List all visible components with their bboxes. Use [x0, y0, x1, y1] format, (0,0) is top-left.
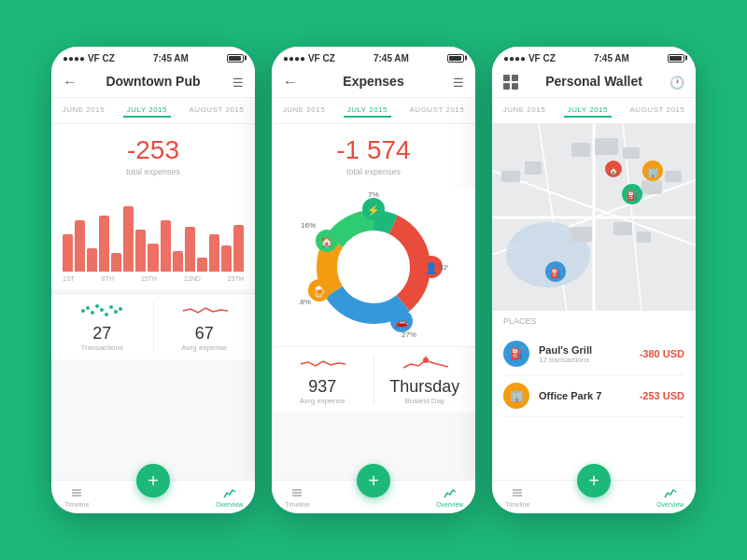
svg-rect-51: [637, 231, 651, 243]
bar-11: [185, 227, 195, 272]
svg-rect-50: [613, 222, 632, 235]
phone-downtown-pub: ●●●● VF CZ 7:45 AM ← Downtown Pub ☰ JUNE…: [51, 47, 255, 513]
svg-text:🏢: 🏢: [647, 166, 659, 178]
place-item-1[interactable]: 🏢 Office Park 7 -253 USD: [503, 375, 684, 417]
header-2: ← Expenses ☰: [272, 67, 475, 98]
menu-icon-1[interactable]: ☰: [233, 76, 244, 90]
status-bar-2: ●●●● VF CZ 7:45 AM: [272, 47, 475, 67]
tabs-3: JUNE 2015 JULY 2015 AUGUST 2015: [492, 98, 696, 124]
tab-july-1[interactable]: JULY 2015: [123, 104, 171, 118]
svg-text:16%: 16%: [301, 221, 316, 230]
phone-expenses: ●●●● VF CZ 7:45 AM ← Expenses ☰ JUNE 201…: [272, 47, 475, 513]
bar-12: [197, 258, 207, 272]
stats-section-1: -253 Total expenses: [51, 124, 255, 188]
svg-rect-52: [641, 180, 662, 194]
nav-fab-1[interactable]: +: [136, 464, 170, 497]
bar-3: [87, 248, 97, 272]
title-2: Expenses: [343, 74, 403, 89]
svg-rect-55: [525, 161, 542, 175]
nav-timeline-2[interactable]: Timeline: [272, 486, 323, 508]
svg-text:18%: 18%: [299, 298, 311, 306]
tab-july-3[interactable]: JULY 2015: [564, 104, 612, 118]
svg-text:👤: 👤: [425, 261, 438, 274]
place-icon-building: 🏢: [503, 383, 529, 409]
bar-7: [135, 230, 146, 272]
tab-june-3[interactable]: JUNE 2015: [500, 104, 549, 118]
title-1: Downtown Pub: [106, 74, 200, 89]
battery-3: [668, 54, 684, 63]
back-button-1[interactable]: ←: [63, 74, 78, 91]
busiest-day-label: Busiest Day: [378, 397, 472, 405]
svg-point-3: [95, 304, 99, 308]
transactions-label: Transactions: [55, 343, 149, 352]
content-3: ⛽ ⛽ 🏢 🏠 Places ⛽ Paul': [492, 124, 696, 480]
nav-overview-3[interactable]: Overview: [645, 486, 697, 508]
place-item-0[interactable]: ⛽ Paul's Grill 12 transactions -380 USD: [503, 333, 684, 375]
avrg-expense-number: 937: [275, 377, 370, 397]
grid-button-3[interactable]: [503, 75, 518, 90]
nav-timeline-1[interactable]: Timeline: [51, 486, 103, 508]
svg-text:⚡: ⚡: [367, 203, 380, 217]
nav-overview-label-1: Overview: [216, 501, 243, 508]
svg-text:7%: 7%: [368, 192, 379, 199]
tab-june-1[interactable]: JUNE 2015: [59, 104, 108, 118]
bar-6: [123, 206, 134, 272]
content-1: -253 Total expenses: [51, 124, 255, 480]
map-svg: ⛽ ⛽ 🏢 🏠: [492, 124, 696, 311]
svg-text:⛽: ⛽: [550, 267, 562, 279]
back-button-2[interactable]: ←: [283, 74, 298, 91]
svg-text:27%: 27%: [402, 330, 416, 339]
bar-1: [63, 234, 73, 272]
tab-july-2[interactable]: JULY 2015: [344, 104, 391, 118]
nav-timeline-label-2: Timeline: [285, 501, 309, 508]
nav-timeline-3[interactable]: Timeline: [492, 486, 543, 508]
status-bar-3: ●●●● VF CZ 7:45 AM: [492, 47, 696, 67]
place-info-0: Paul's Grill 12 transactions: [539, 344, 640, 364]
avrg-number: 67: [158, 324, 252, 343]
bar-2: [75, 220, 85, 272]
nav-overview-2[interactable]: Overview: [425, 486, 476, 508]
time-2: 7:45 AM: [374, 53, 409, 63]
bottom-nav-1: Timeline + Overview: [51, 480, 255, 513]
nav-overview-1[interactable]: Overview: [204, 486, 256, 508]
tab-june-2[interactable]: JUNE 2015: [279, 104, 329, 118]
nav-overview-label-3: Overview: [656, 501, 684, 508]
tab-august-1[interactable]: AUGUST 2015: [186, 104, 248, 118]
svg-rect-53: [665, 171, 682, 182]
avrg-stat: 67 Avrg expense: [154, 294, 256, 359]
bar-4: [99, 216, 109, 272]
place-info-1: Office Park 7: [539, 390, 640, 401]
carrier-1: ●●●● VF CZ: [63, 53, 115, 63]
bottom-nav-3: Timeline + Overview: [492, 480, 696, 513]
svg-text:🏠: 🏠: [609, 166, 618, 175]
busiest-day-stat: 1 Thursday Busiest Day: [374, 347, 476, 413]
svg-text:⛽: ⛽: [627, 189, 639, 202]
battery-1: [227, 54, 244, 63]
bar-5: [111, 253, 121, 272]
nav-fab-3[interactable]: +: [577, 464, 611, 497]
battery-2: [447, 54, 464, 63]
busiest-day-number: Thursday: [378, 377, 472, 397]
tab-august-2[interactable]: AUGUST 2015: [406, 104, 469, 118]
bars-container-1: [63, 197, 244, 272]
clock-icon-3[interactable]: 🕐: [669, 76, 684, 90]
time-1: 7:45 AM: [153, 53, 189, 63]
carrier-2: ●●●● VF CZ: [283, 53, 335, 63]
avrg-expense-stat: 937 Avrg expense: [272, 347, 374, 413]
menu-icon-2[interactable]: ☰: [453, 76, 464, 90]
phones-container: ●●●● VF CZ 7:45 AM ← Downtown Pub ☰ JUNE…: [51, 47, 696, 513]
tab-august-3[interactable]: AUGUST 2015: [627, 104, 689, 118]
svg-point-0: [81, 309, 85, 313]
svg-rect-54: [501, 171, 520, 182]
place-name-0: Paul's Grill: [539, 344, 640, 356]
bar-14: [221, 245, 232, 272]
svg-rect-49: [571, 227, 592, 242]
mini-chart-transactions: [55, 301, 149, 320]
svg-point-17: [345, 239, 402, 295]
bottom-nav-2: Timeline + Overview: [272, 480, 475, 513]
map-area: ⛽ ⛽ 🏢 🏠: [492, 124, 696, 311]
bar-8: [148, 244, 158, 272]
nav-fab-2[interactable]: +: [357, 464, 390, 497]
stats-section-2: -1 574 Total expenses: [272, 124, 475, 188]
svg-point-1: [86, 306, 90, 310]
